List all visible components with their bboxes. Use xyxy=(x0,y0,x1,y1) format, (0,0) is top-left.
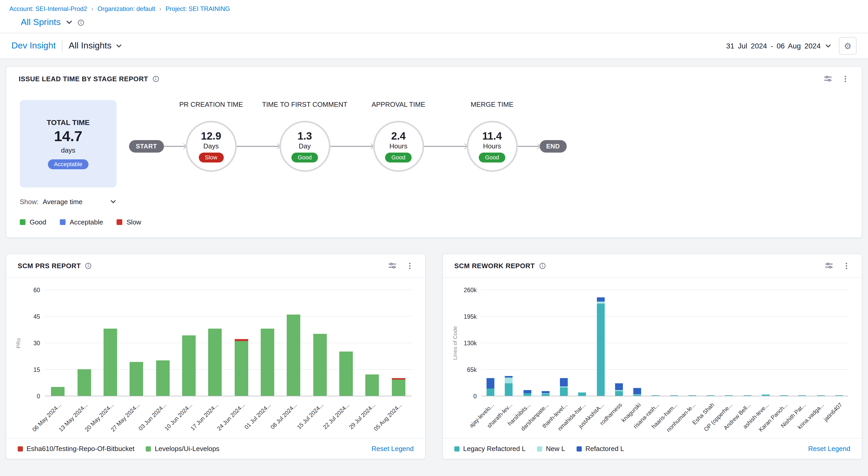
breadcrumb-organization[interactable]: Organization: default xyxy=(98,5,155,12)
gridline xyxy=(482,316,848,317)
bar-10 Jun 2024...[interactable] xyxy=(182,336,196,396)
kebab-menu-icon[interactable] xyxy=(406,262,414,269)
legend-item-acceptable[interactable]: Acceptable xyxy=(60,218,103,226)
bar-nmahida-har...[interactable] xyxy=(579,392,586,396)
kebab-menu-icon[interactable] xyxy=(841,75,849,83)
chart-plot: 06 May 2024...13 May 2024...20 May 2024.… xyxy=(45,290,412,396)
stage-unit: Hours xyxy=(483,142,501,150)
breadcrumb: Account: SEI-Internal-Prod2 › Organizati… xyxy=(9,5,859,12)
bar-ajay-levelo...[interactable] xyxy=(487,378,494,396)
lead-time-flow: START PR CREATION TIME 12.9 Days Slow TI… xyxy=(129,121,567,172)
show-average-time-select[interactable]: Show: Average time xyxy=(20,198,117,206)
bar-segment xyxy=(762,395,770,396)
bar-krina.vadga...[interactable] xyxy=(817,395,825,396)
bar-24 Jun 2024...[interactable] xyxy=(235,339,248,396)
bar-08 Jul 2024...[interactable] xyxy=(287,314,301,396)
bar-22 Jul 2024...[interactable] xyxy=(339,352,353,396)
stage-rating-badge: Good xyxy=(291,153,318,162)
bar-segment xyxy=(209,329,222,396)
y-axis-title: PRs xyxy=(13,290,23,396)
stage-rating-badge: Good xyxy=(479,153,505,162)
stage-circle: 2.4 Hours Good xyxy=(373,121,424,172)
bar-Andrew Bell...[interactable] xyxy=(743,395,751,396)
end-badge: END xyxy=(539,140,567,153)
stage-circle: 12.9 Days Slow xyxy=(186,121,237,172)
filter-sliders-icon[interactable] xyxy=(388,262,397,270)
bar-knagurski[interactable] xyxy=(633,388,641,396)
stage-pr-creation-time[interactable]: PR CREATION TIME 12.9 Days Slow xyxy=(186,121,237,172)
info-icon[interactable] xyxy=(85,262,92,269)
bar-segment xyxy=(707,395,714,396)
bar-OP (opperhe...[interactable] xyxy=(725,395,733,396)
y-tick-label: 65k xyxy=(467,366,477,374)
stage-time-to-first-comment[interactable]: TIME TO FIRST COMMENT 1.3 Day Good xyxy=(279,121,330,172)
date-range-selector[interactable]: 31 Jul 2024 - 06 Aug 2024 xyxy=(726,42,832,50)
reset-legend-link[interactable]: Reset Legend xyxy=(372,445,414,452)
y-tick-label: 0 xyxy=(473,393,477,400)
bar-27 May 2024...[interactable] xyxy=(130,362,143,396)
sprint-selector[interactable]: All Sprints xyxy=(21,17,61,28)
legend-item-slow[interactable]: Slow xyxy=(117,218,141,226)
bar-03 Jun 2024...[interactable] xyxy=(156,360,169,396)
bar-01 Jul 2024...[interactable] xyxy=(261,329,274,396)
filter-sliders-icon[interactable] xyxy=(824,75,832,83)
bar-15 Jul 2024...[interactable] xyxy=(313,334,327,396)
legend-label: Good xyxy=(30,218,46,226)
bar-rodharness[interactable] xyxy=(615,384,623,396)
bar-segment xyxy=(523,393,531,396)
y-tick-label: 45 xyxy=(33,313,40,320)
stage-merge-time[interactable]: MERGE TIME 11.4 Hours Good xyxy=(467,121,518,172)
stage-value: 2.4 xyxy=(391,130,406,142)
stage-value: 11.4 xyxy=(482,130,502,142)
info-icon[interactable] xyxy=(539,262,546,269)
bar-thanh-level...[interactable] xyxy=(560,378,568,396)
scm-prs-report-card: SCM PRS REPORT P xyxy=(6,254,426,459)
kebab-menu-icon[interactable] xyxy=(842,262,850,269)
reset-legend-link[interactable]: Reset Legend xyxy=(808,445,850,452)
chart-plot: ajay-levelo...sharath-lev...harshibits..… xyxy=(482,290,848,396)
bar-segment xyxy=(523,390,531,393)
bar-sharath-lev...[interactable] xyxy=(505,376,513,396)
bar-05 Aug 2024...[interactable] xyxy=(392,378,405,396)
legend-label: Slow xyxy=(126,218,141,226)
x-axis-line xyxy=(45,396,412,396)
flow-arrow-icon xyxy=(518,144,539,148)
bar-haaris-ham...[interactable] xyxy=(670,395,678,396)
settings-button[interactable]: ⚙ xyxy=(839,37,857,55)
bar-Karan Panch...[interactable] xyxy=(780,395,788,396)
bar-justAkshitA...[interactable] xyxy=(597,297,604,396)
breadcrumb-project[interactable]: Project: SEI TRAINING xyxy=(165,5,230,12)
insight-selector-label: All Insights xyxy=(69,40,111,51)
bar-darshanpate...[interactable] xyxy=(542,391,550,396)
bar-17 Jun 2024...[interactable] xyxy=(209,329,222,396)
bar-Esha Shah[interactable] xyxy=(707,395,714,396)
bar-13 May 2024...[interactable] xyxy=(77,369,91,396)
total-time-value: 14.7 xyxy=(54,129,83,144)
bar-Nishith Pat...[interactable] xyxy=(799,395,806,396)
filter-sliders-icon[interactable] xyxy=(825,262,833,270)
bar-ashish-leve...[interactable] xyxy=(762,394,770,396)
breadcrumb-account[interactable]: Account: SEI-Internal-Prod2 xyxy=(9,5,87,12)
gridline xyxy=(45,316,412,317)
chevron-down-icon[interactable] xyxy=(65,19,72,26)
bar-06 May 2024...[interactable] xyxy=(51,387,65,396)
dashboard-content: ISSUE LEAD TIME BY STAGE REPORT TO xyxy=(0,59,868,476)
page-title[interactable]: Dev Insight xyxy=(11,40,56,51)
topbar: Account: SEI-Internal-Prod2 › Organizati… xyxy=(0,0,868,33)
stage-approval-time[interactable]: APPROVAL TIME 2.4 Hours Good xyxy=(373,121,424,172)
insight-selector[interactable]: All Insights xyxy=(69,40,122,51)
bar-nonhuman-le...[interactable] xyxy=(688,395,696,396)
lead-time-body: TOTAL TIME 14.7 days Acceptable START PR… xyxy=(6,91,862,187)
bar-20 May 2024...[interactable] xyxy=(103,329,117,396)
breadcrumb-separator-icon: › xyxy=(159,5,161,12)
bar-risana-rash...[interactable] xyxy=(652,395,659,396)
legend-item[interactable]: Levelops/Ui-Levelops xyxy=(146,445,220,452)
info-icon[interactable] xyxy=(152,75,159,82)
legend-item-good[interactable]: Good xyxy=(20,218,46,226)
y-tick-label: 130k xyxy=(464,339,477,347)
legend-swatch xyxy=(60,219,66,225)
sprint-selector-row: All Sprints xyxy=(21,17,859,28)
bar-29 Jul 2024...[interactable] xyxy=(366,375,379,396)
bar-harshibits...[interactable] xyxy=(523,390,531,396)
bar-jatin6407[interactable] xyxy=(835,395,843,396)
